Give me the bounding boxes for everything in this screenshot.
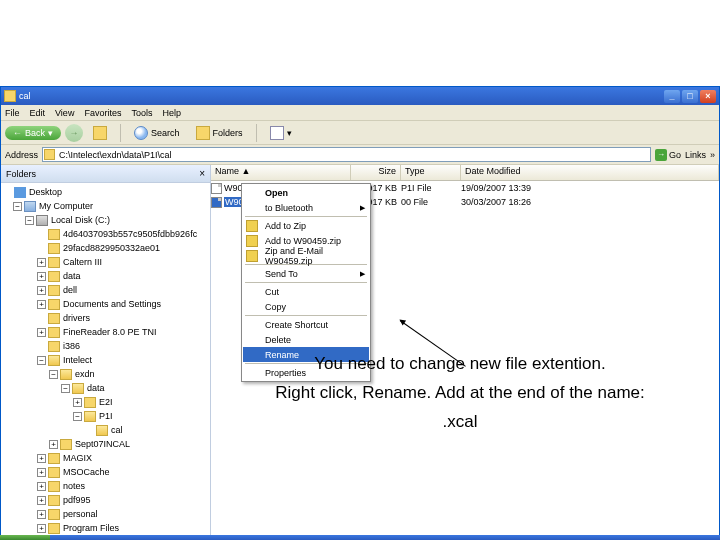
col-name[interactable]: Name ▲	[211, 165, 351, 180]
menu-view[interactable]: View	[55, 108, 74, 118]
menu-tools[interactable]: Tools	[131, 108, 152, 118]
folders-close-button[interactable]: ×	[199, 168, 205, 179]
tree-item[interactable]: i386	[63, 341, 80, 351]
views-button[interactable]: ▾	[264, 125, 298, 141]
tree-item[interactable]: pdf995	[63, 495, 91, 505]
tree-item[interactable]: personal	[63, 509, 98, 519]
ctx-bluetooth[interactable]: to Bluetooth▶	[243, 200, 369, 215]
tree-item[interactable]: drivers	[63, 313, 90, 323]
folder-icon	[48, 285, 60, 296]
tree-item[interactable]: Sept07INCAL	[75, 439, 130, 449]
tree-item[interactable]: E2I	[99, 397, 113, 407]
expand-icon[interactable]: +	[37, 454, 46, 463]
links-chevron-icon[interactable]: »	[710, 150, 715, 160]
expand-icon[interactable]: +	[37, 286, 46, 295]
col-type[interactable]: Type	[401, 165, 461, 180]
file-date: 19/09/2007 13:39	[461, 183, 719, 193]
tree-item[interactable]: MAGIX	[63, 453, 92, 463]
expand-icon[interactable]: +	[37, 496, 46, 505]
expand-icon[interactable]: −	[37, 356, 46, 365]
annotation-text: You need to change new file extention. R…	[220, 350, 700, 437]
expand-icon[interactable]: −	[61, 384, 70, 393]
titlebar[interactable]: cal _ □ ×	[1, 87, 719, 105]
col-size[interactable]: Size	[351, 165, 401, 180]
tree-mycomputer[interactable]: My Computer	[39, 201, 93, 211]
file-type: P1I File	[401, 183, 461, 193]
maximize-button[interactable]: □	[682, 90, 698, 103]
zip-icon	[246, 250, 258, 262]
address-bar: Address →Go Links »	[1, 145, 719, 165]
folder-icon	[48, 509, 60, 520]
folder-icon	[48, 495, 60, 506]
folder-open-icon	[96, 425, 108, 436]
minimize-button[interactable]: _	[664, 90, 680, 103]
tree-item[interactable]: MSOCache	[63, 467, 110, 477]
ctx-separator	[245, 315, 367, 316]
ctx-separator	[245, 282, 367, 283]
ctx-sendto[interactable]: Send To▶	[243, 266, 369, 281]
expand-icon[interactable]: −	[25, 216, 34, 225]
views-icon	[270, 126, 284, 140]
expand-icon[interactable]: −	[49, 370, 58, 379]
folder-open-icon	[72, 383, 84, 394]
ctx-addzip[interactable]: Add to Zip	[243, 218, 369, 233]
menu-edit[interactable]: Edit	[30, 108, 46, 118]
expand-icon[interactable]: +	[37, 258, 46, 267]
up-button[interactable]	[87, 125, 113, 141]
tree-item[interactable]: Intelect	[63, 355, 92, 365]
ctx-zipemail[interactable]: Zip and E-Mail W90459.zip	[243, 248, 369, 263]
expand-icon[interactable]: +	[37, 272, 46, 281]
expand-icon[interactable]: +	[49, 440, 58, 449]
tree-item[interactable]: exdn	[75, 369, 95, 379]
expand-icon[interactable]: +	[37, 482, 46, 491]
menu-file[interactable]: File	[5, 108, 20, 118]
close-button[interactable]: ×	[700, 90, 716, 103]
expand-icon[interactable]: +	[37, 300, 46, 309]
folders-button[interactable]: Folders	[190, 125, 249, 141]
expand-icon[interactable]: +	[37, 328, 46, 337]
ctx-open[interactable]: Open	[243, 185, 369, 200]
menu-favorites[interactable]: Favorites	[84, 108, 121, 118]
search-button[interactable]: Search	[128, 125, 186, 141]
tree-item[interactable]: data	[87, 383, 105, 393]
zip-icon	[246, 220, 258, 232]
expand-icon[interactable]: +	[73, 398, 82, 407]
expand-icon[interactable]: −	[13, 202, 22, 211]
tree-item[interactable]: 4d64037093b557c9505fdbb926fc	[63, 229, 197, 239]
expand-icon[interactable]: +	[37, 468, 46, 477]
folder-tree[interactable]: Desktop −My Computer −Local Disk (C:) 4d…	[1, 183, 210, 539]
ctx-delete[interactable]: Delete	[243, 332, 369, 347]
start-button[interactable]	[0, 535, 50, 540]
tree-item[interactable]: Documents and Settings	[63, 299, 161, 309]
ctx-shortcut[interactable]: Create Shortcut	[243, 317, 369, 332]
tree-item[interactable]: dell	[63, 285, 77, 295]
expand-icon[interactable]: −	[73, 412, 82, 421]
tree-item[interactable]: notes	[63, 481, 85, 491]
menu-help[interactable]: Help	[162, 108, 181, 118]
ctx-copy[interactable]: Copy	[243, 299, 369, 314]
folders-header: Folders ×	[1, 165, 210, 183]
col-date[interactable]: Date Modified	[461, 165, 719, 180]
drive-icon	[36, 215, 48, 226]
expand-icon[interactable]: +	[37, 510, 46, 519]
tree-item-current[interactable]: cal	[111, 425, 123, 435]
tree-localc[interactable]: Local Disk (C:)	[51, 215, 110, 225]
back-button[interactable]: ← Back ▾	[5, 126, 61, 140]
tree-item[interactable]: data	[63, 271, 81, 281]
forward-button[interactable]: →	[65, 124, 83, 142]
address-input[interactable]	[42, 147, 651, 162]
tree-item[interactable]: 29facd8829950332ae01	[63, 243, 160, 253]
tree-item[interactable]: FineReader 8.0 PE TNI	[63, 327, 156, 337]
explorer-window: cal _ □ × File Edit View Favorites Tools…	[0, 86, 720, 540]
taskbar[interactable]	[0, 535, 720, 540]
annotation-line3: .xcal	[220, 408, 700, 437]
tree-item[interactable]: P1I	[99, 411, 113, 421]
tree-desktop[interactable]: Desktop	[29, 187, 62, 197]
go-button[interactable]: →Go	[655, 149, 681, 161]
ctx-cut[interactable]: Cut	[243, 284, 369, 299]
submenu-arrow-icon: ▶	[360, 204, 365, 212]
links-label[interactable]: Links	[685, 150, 706, 160]
tree-item[interactable]: Caltern III	[63, 257, 102, 267]
tree-item[interactable]: Program Files	[63, 523, 119, 533]
expand-icon[interactable]: +	[37, 524, 46, 533]
